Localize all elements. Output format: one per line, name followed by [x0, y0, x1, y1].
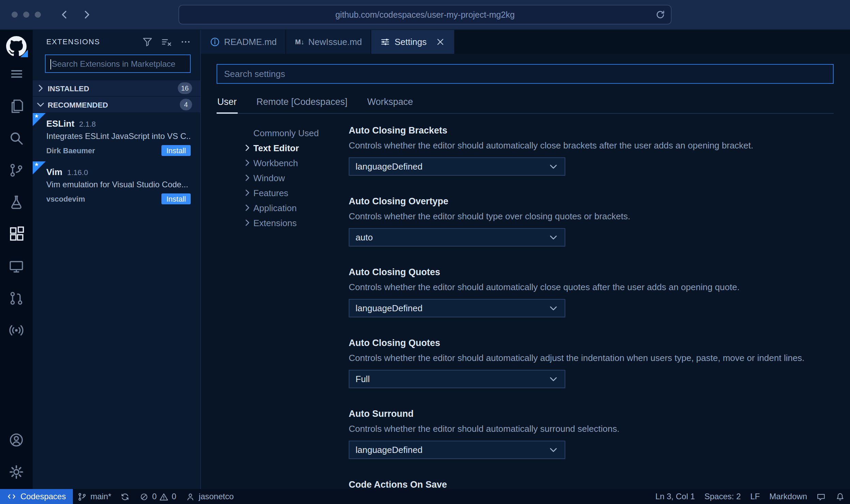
github-codespaces-logo[interactable] — [6, 36, 27, 57]
extension-description: Vim emulation for Visual Studio Code... — [46, 180, 191, 189]
toc-item-window[interactable]: Window — [242, 170, 349, 185]
back-button[interactable] — [59, 9, 70, 20]
close-icon[interactable] — [436, 37, 446, 47]
activity-item-pull-requests[interactable] — [0, 282, 33, 314]
toc-label: Window — [253, 173, 285, 183]
activity-item-extensions[interactable] — [0, 218, 33, 250]
section-recommended[interactable]: RECOMMENDED 4 — [33, 97, 200, 112]
select-value: auto — [356, 232, 373, 242]
setting-select[interactable]: languageDefined — [349, 441, 565, 459]
extension-list-item[interactable]: ★ Vim 1.16.0 Vim emulation for Visual St… — [33, 161, 200, 210]
setting-title: Code Actions On Save — [349, 479, 834, 489]
refresh-button[interactable] — [655, 10, 665, 20]
traffic-lights — [12, 12, 41, 18]
toc-label: Extensions — [253, 218, 297, 228]
language-mode-item[interactable]: Markdown — [765, 489, 812, 504]
setting-select[interactable]: languageDefined — [349, 299, 565, 317]
cursor-position-item[interactable]: Ln 3, Col 1 — [650, 489, 699, 504]
more-actions-icon[interactable] — [180, 36, 191, 47]
minimize-window-button[interactable] — [23, 12, 29, 18]
install-button[interactable]: Install — [162, 145, 191, 156]
chevron-right-icon — [242, 158, 253, 168]
bell-icon — [836, 492, 845, 501]
toc-item-features[interactable]: Features — [242, 185, 349, 200]
codespaces-status-button[interactable]: Codespaces — [0, 489, 73, 504]
eol-item[interactable]: LF — [745, 489, 765, 504]
setting-select[interactable]: Full — [349, 370, 565, 388]
chevron-right-icon — [81, 9, 93, 20]
extensions-sidebar: EXTENSIONS INSTALLED 16 RECOMMENDED 4 — [33, 30, 201, 489]
chevron-left-icon — [59, 9, 70, 20]
chevron-right-icon — [242, 143, 253, 153]
chevron-down-icon — [548, 303, 558, 313]
tab-newissue[interactable]: M↓ NewIssue.md — [286, 30, 372, 54]
activity-item-explorer[interactable] — [0, 90, 33, 122]
sync-status-item[interactable] — [116, 489, 135, 504]
scope-tab-workspace[interactable]: Workspace — [366, 93, 414, 114]
extensions-search[interactable] — [45, 54, 191, 73]
tab-readme[interactable]: README.md — [201, 30, 286, 54]
gear-icon — [9, 464, 24, 479]
feedback-item[interactable] — [812, 489, 831, 504]
warning-count: 0 — [172, 492, 176, 501]
toc-item-application[interactable]: Application — [242, 200, 349, 215]
toc-item-commonly-used[interactable]: Commonly Used — [242, 125, 349, 140]
activity-item-account[interactable] — [0, 424, 33, 456]
activity-item-search[interactable] — [0, 122, 33, 154]
tab-label: NewIssue.md — [308, 37, 362, 47]
git-branch-icon — [9, 162, 24, 177]
toc-item-extensions[interactable]: Extensions — [242, 215, 349, 230]
chevron-down-icon — [548, 161, 558, 172]
scope-tab-remote[interactable]: Remote [Codespaces] — [256, 93, 348, 114]
filter-icon[interactable] — [142, 36, 153, 47]
forward-button[interactable] — [81, 9, 93, 20]
extension-title-row: Vim 1.16.0 — [46, 167, 191, 177]
toc-label: Application — [253, 203, 297, 213]
codespaces-label: Codespaces — [20, 492, 66, 501]
install-button[interactable]: Install — [162, 193, 191, 204]
clear-extensions-icon[interactable] — [161, 36, 172, 47]
toc-item-workbench[interactable]: Workbench — [242, 155, 349, 170]
setting-description: Controls whether the editor should autom… — [349, 140, 834, 151]
activity-item-menu[interactable] — [0, 58, 33, 90]
menu-icon — [9, 67, 23, 81]
indentation-item[interactable]: Spaces: 2 — [700, 489, 746, 504]
section-label: RECOMMENDED — [48, 100, 180, 109]
activity-bar — [0, 30, 33, 489]
settings-search-input[interactable] — [217, 69, 833, 79]
error-icon — [140, 492, 149, 501]
problems-status-item[interactable]: 0 0 — [135, 489, 181, 504]
select-value: languageDefined — [356, 303, 423, 313]
branch-status-item[interactable]: main* — [73, 489, 116, 504]
settings-list: Auto Closing Brackets Controls whether t… — [349, 125, 834, 489]
setting-auto-indent: Auto Closing Quotes Controls whether the… — [349, 338, 834, 388]
toc-item-text-editor[interactable]: Text Editor — [242, 140, 349, 155]
setting-title: Auto Closing Brackets — [349, 125, 834, 136]
text-cursor — [50, 59, 51, 69]
notifications-item[interactable] — [831, 489, 850, 504]
browser-chrome: github.com/codespaces/user-my-project-mg… — [0, 0, 850, 30]
extension-list-item[interactable]: ★ ESLint 2.1.8 Integrates ESLint JavaScr… — [33, 113, 200, 161]
settings-body: Commonly Used Text Editor Workbench Wind… — [217, 125, 834, 489]
activity-item-testing[interactable] — [0, 186, 33, 218]
url-bar[interactable]: github.com/codespaces/user-my-project-mg… — [178, 5, 672, 25]
cursor-position-label: Ln 3, Col 1 — [655, 492, 695, 501]
settings-search[interactable] — [217, 64, 834, 84]
activity-item-settings[interactable] — [0, 456, 33, 488]
tab-settings[interactable]: Settings — [372, 30, 455, 54]
feedback-icon — [817, 492, 826, 501]
activity-item-source-control[interactable] — [0, 154, 33, 186]
close-window-button[interactable] — [12, 12, 18, 18]
toc-label: Features — [253, 188, 288, 198]
extensions-search-input[interactable] — [46, 59, 190, 68]
maximize-window-button[interactable] — [35, 12, 41, 18]
activity-item-remote-explorer[interactable] — [0, 250, 33, 282]
scope-tab-user[interactable]: User — [217, 93, 237, 114]
setting-code-actions-on-save: Code Actions On Save — [349, 479, 834, 489]
setting-select[interactable]: auto — [349, 228, 565, 247]
select-value: languageDefined — [356, 161, 423, 172]
section-installed[interactable]: INSTALLED 16 — [33, 80, 200, 96]
setting-select[interactable]: languageDefined — [349, 157, 565, 176]
user-status-item[interactable]: jasonetco — [181, 489, 239, 504]
activity-item-remote-tunnels[interactable] — [0, 314, 33, 346]
